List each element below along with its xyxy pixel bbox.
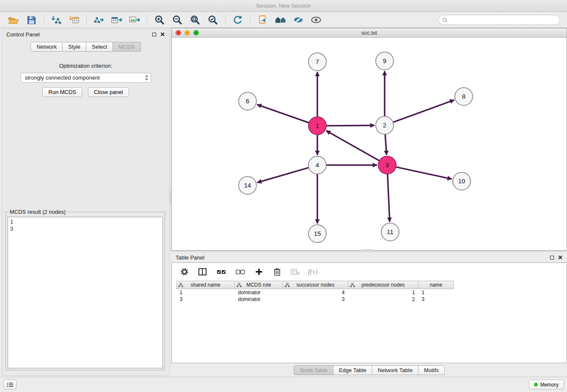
add-column-button[interactable]	[253, 265, 264, 278]
toolbar-separator	[250, 15, 250, 25]
svg-text:1: 1	[316, 122, 319, 129]
refresh-view-button[interactable]	[229, 14, 246, 26]
graph-node-14[interactable]: 14	[239, 177, 256, 194]
network-window-titlebar[interactable]: × − + scc.txt	[172, 28, 567, 38]
plus-icon	[255, 268, 263, 276]
table-settings-button[interactable]	[179, 265, 190, 278]
network-canvas[interactable]: 7968124314101511	[172, 38, 567, 250]
zoom-in-icon	[154, 15, 165, 25]
tab-network[interactable]: Network	[30, 42, 63, 52]
column-header-mcds-role[interactable]: MCDS role	[235, 281, 283, 289]
graph-node-1[interactable]: 1	[308, 117, 326, 135]
hide-selected-button[interactable]	[290, 14, 307, 26]
table-cell: 3	[283, 296, 348, 303]
function-builder-button[interactable]: f(x)	[308, 268, 317, 276]
edge-1-2[interactable]	[326, 125, 374, 126]
tab-network-table[interactable]: Network Table	[372, 365, 418, 375]
panel-splitter-vertical[interactable]	[170, 190, 171, 203]
svg-text:7: 7	[316, 58, 319, 65]
run-mcds-button[interactable]: Run MCDS	[42, 87, 82, 97]
graph-node-7[interactable]: 7	[308, 53, 326, 71]
edge-3-10[interactable]	[396, 167, 452, 179]
open-session-button[interactable]	[5, 14, 22, 26]
close-panel-button[interactable]: Close panel	[88, 87, 129, 97]
optimization-criterion-label: Optimization criterion:	[2, 63, 169, 69]
graph-node-11[interactable]: 11	[381, 223, 399, 241]
zoom-out-button[interactable]	[169, 14, 186, 26]
app-title: Session: New Session	[256, 3, 311, 9]
edge-3-11[interactable]	[388, 174, 390, 222]
float-panel-icon[interactable]	[152, 33, 156, 36]
minimize-window-icon[interactable]: −	[184, 30, 190, 36]
edge-3-1[interactable]	[326, 131, 380, 161]
tab-node-table[interactable]: Node Table	[294, 365, 333, 375]
close-panel-icon[interactable]: ✕	[160, 32, 165, 37]
export-image-button[interactable]	[126, 14, 143, 26]
tab-style[interactable]: Style	[63, 42, 86, 52]
column-type-icon	[350, 283, 355, 289]
show-columns-button[interactable]	[197, 265, 208, 278]
column-header-predecessor-nodes[interactable]: predecessor nodes	[348, 281, 418, 289]
close-table-panel-icon[interactable]: ✕	[558, 255, 563, 260]
zoom-out-icon	[172, 15, 183, 25]
delete-table-button[interactable]	[290, 265, 301, 278]
save-session-button[interactable]	[23, 14, 40, 26]
criterion-dropdown[interactable]: strongly connected component	[21, 73, 151, 83]
svg-text:14: 14	[244, 182, 251, 189]
app-title-bar: Session: New Session	[0, 0, 567, 12]
delete-column-button[interactable]	[272, 265, 283, 278]
select-all-rows-button[interactable]	[215, 265, 227, 278]
toolbar-separator	[86, 15, 87, 25]
graph-node-3[interactable]: 3	[378, 156, 396, 174]
export-table-button[interactable]	[108, 14, 125, 26]
show-all-button[interactable]	[308, 14, 325, 26]
column-header-shared-name[interactable]: shared name	[176, 281, 235, 289]
column-type-icon	[285, 283, 290, 289]
edge-4-14[interactable]	[257, 168, 309, 182]
search-icon	[442, 17, 448, 23]
import-table-button[interactable]	[66, 14, 83, 26]
clone-network-button[interactable]	[254, 14, 271, 26]
first-neighbors-button[interactable]	[272, 14, 289, 26]
mcds-result-text[interactable]: 1 3	[8, 217, 163, 368]
graph-node-4[interactable]: 4	[308, 156, 326, 174]
edge-2-3[interactable]	[385, 134, 386, 155]
search-input[interactable]	[450, 17, 556, 23]
zoom-fit-button[interactable]	[187, 14, 204, 26]
tab-motifs[interactable]: Motifs	[418, 365, 445, 375]
column-header-successor-nodes[interactable]: successor nodes	[283, 281, 348, 289]
close-window-icon[interactable]: ×	[176, 30, 181, 36]
zoom-selected-icon	[207, 15, 218, 25]
zoom-in-button[interactable]	[151, 14, 168, 26]
open-folder-icon	[8, 16, 19, 25]
export-network-button[interactable]	[91, 14, 107, 26]
graph-node-10[interactable]: 10	[453, 172, 471, 190]
column-header-name[interactable]: name	[418, 281, 454, 289]
tab-select[interactable]: Select	[86, 42, 113, 52]
zoom-window-icon[interactable]: +	[193, 30, 199, 36]
float-table-panel-icon[interactable]	[550, 256, 554, 259]
edge-2-8[interactable]	[393, 100, 454, 122]
task-history-button[interactable]	[3, 380, 17, 389]
graph-node-2[interactable]: 2	[376, 116, 394, 134]
table-row[interactable]: 3dominator323	[176, 296, 454, 303]
zoom-fit-icon	[190, 15, 201, 25]
control-panel-tabs: Network Style Select MCDS	[2, 42, 169, 52]
zoom-selected-button[interactable]	[204, 14, 221, 26]
search-field[interactable]	[438, 15, 560, 25]
tab-edge-table[interactable]: Edge Table	[333, 365, 372, 375]
tab-mcds[interactable]: MCDS	[113, 42, 140, 52]
edge-1-6[interactable]	[257, 105, 309, 123]
memory-status-icon	[534, 383, 538, 386]
svg-text:8: 8	[462, 93, 465, 100]
import-network-button[interactable]	[48, 14, 65, 26]
graph-node-15[interactable]: 15	[308, 225, 326, 243]
panel-splitter-horizontal[interactable]	[362, 249, 373, 251]
graph-node-9[interactable]: 9	[376, 52, 394, 70]
deselect-all-icon	[236, 269, 245, 275]
table-row[interactable]: 1dominator411	[176, 289, 454, 296]
graph-node-8[interactable]: 8	[455, 88, 473, 105]
memory-button[interactable]: Memory	[529, 380, 564, 389]
graph-node-6[interactable]: 6	[239, 92, 256, 110]
deselect-all-rows-button[interactable]	[234, 265, 246, 278]
